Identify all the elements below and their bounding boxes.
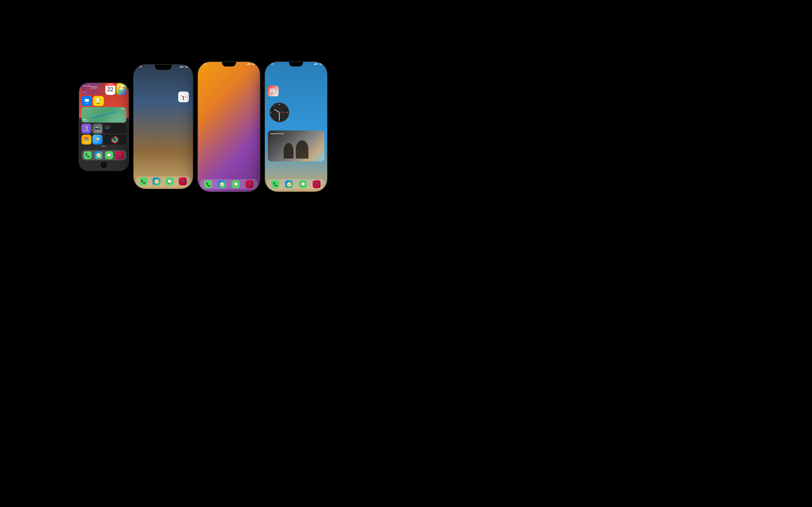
phone-4-dock: 📞 🧭 💬 🎵 [267,179,325,189]
featured-label: Featured Photo [271,133,284,135]
child-silhouette-1 [284,143,294,159]
cn9: 9 [271,112,271,113]
artist-name: Lady Gaga [90,88,98,89]
mail-emoji: ✉️ [84,98,89,103]
mail-icon[interactable]: ✉️ Mail [82,96,92,106]
dock-safari[interactable]: 🧭 [94,151,102,159]
wifi-icon-3: ▲ [250,63,252,65]
phones-container: 9:41 AM ▲ 100% 🎵 [0,0,406,253]
phone-3-status-icons: ▲ [246,63,257,65]
wifi-icon: ▲ [114,85,116,87]
phone-3-bg [198,62,260,191]
music-label: Music [83,91,103,93]
weather-label: Weather [95,141,100,143]
phone-4-status-icons: ▲ [313,63,324,65]
dock-messages-p2[interactable]: 💬 [166,177,174,185]
cn10: 10 [273,106,274,107]
wifi-icon-4: ▲ [317,63,319,65]
home-button[interactable] [100,161,108,169]
second-hand-p4 [280,112,288,113]
dock-messages-p3[interactable]: 💬 [232,180,240,188]
phone-4-screen: 9:41 ▲ 📹 FaceTime [265,62,327,191]
dock-safari-p4[interactable]: 🧭 [285,180,293,188]
battery-pct: 100% [116,85,120,87]
child-silhouette-2 [296,140,308,159]
map-content: Work 1 hr 5 min Maps [82,107,126,122]
books-icon[interactable]: 📚 Books [82,135,91,145]
phone-2-notch [155,65,172,70]
phone-3-time: 9:41 [202,63,206,65]
maps-title: Maps [121,108,125,110]
phone-2-screen: 9:41 ▲ San Francisco 61° Mostly Sunny [134,65,193,189]
photo-silhouettes [268,130,324,161]
phone-2-dock: 📞 🧭 💬 🎵 [136,176,191,186]
analog-clock-p4: 12 3 6 9 2 4 7 10 +9 [269,103,289,122]
battery-icon-2 [186,66,190,68]
maps-widget[interactable]: Work 1 hr 5 min Maps [82,107,126,122]
battery-icon [121,85,124,87]
phone-2-status-icons: ▲ [179,66,190,68]
activity-ring[interactable] [103,135,126,145]
dock-music-p3[interactable]: 🎵 [246,180,253,188]
signal-bars-3 [246,63,250,65]
p1-row4: 📚 Books 🌤️ Weather [82,135,126,145]
photos-sublabel: Photos [317,158,322,160]
dock-phone[interactable]: 📞 [84,151,92,159]
phone-1-time: 9:41 AM [83,85,90,87]
camera-icon[interactable]: 📷 Camera [93,124,102,133]
wifi-icon-2: ▲ [183,66,185,68]
podcasts-emoji: 🎙️ [84,126,89,130]
phone-1-status-bar: 9:41 AM ▲ 100% [79,83,129,87]
second-hand [184,97,187,97]
phone-3-dock: 📞 🧭 💬 🎵 [200,179,258,189]
dock-safari-p3[interactable]: 🧭 [218,180,226,188]
phone-2-time: 9:41 [138,66,142,68]
phone-4: 9:41 ▲ 📹 FaceTime [265,62,327,191]
camera-label: Camera [95,130,100,131]
phone-3-notch [222,62,236,66]
phone-1-dock: 📞 🧭 💬 🎵 [82,150,126,160]
phone-3-screen: 9:41 ▲ MONDAY 22 Kickoff meeting... 10:3… [198,62,260,191]
dock-phone-p2[interactable]: 📞 [140,177,147,185]
clock-center [279,112,280,113]
dock-phone-p3[interactable]: 📞 [204,180,212,188]
p1-page-dots [82,146,126,147]
phone-1-status-icons: ▲ 100% [110,85,124,87]
minute-hand [184,97,184,100]
dock-music-p4[interactable]: 🎵 [313,180,320,188]
phone-4-time: 9:41 [269,63,273,65]
dock-music-p2[interactable]: 🎵 [179,177,187,185]
map-label: Work 1 hr 5 min [83,119,89,122]
notes-emoji: 📝 [96,98,101,103]
cn7: 7 [273,118,274,119]
books-label: Books [85,141,88,143]
phone-4-notch [289,62,303,66]
books-emoji: 📚 [84,136,89,141]
phone-1: 9:41 AM ▲ 100% 🎵 [79,83,129,170]
activity-widget[interactable]: 375/500CAL 19/30MIN 4/12HRS [103,124,126,133]
p1-row2: ✉️ Mail 📝 Notes [82,96,126,106]
work-time: 1 hr 5 min [83,120,89,122]
minute-hand-p4 [279,112,280,120]
podcasts-icon[interactable]: 🎙️ Podcasts [82,124,91,133]
clock-icon-p2 [178,92,189,102]
dock-phone-p4[interactable]: 📞 [271,180,279,188]
dot-1 [102,146,103,147]
dock-safari-p2[interactable]: 🧭 [153,177,160,185]
cn2: 2 [285,106,285,107]
camera-emoji: 📷 [95,126,100,130]
mail-label: Mail [86,103,88,104]
phone-4-bg [265,62,327,191]
podcasts-label: Podcasts [84,130,89,131]
dock-messages-p4[interactable]: 💬 [299,180,307,188]
dock-messages[interactable]: 💬 [105,151,113,159]
dock-music[interactable]: 🎵 [116,151,124,159]
notes-icon[interactable]: 📝 Notes [93,96,104,106]
weather-icon[interactable]: 🌤️ Weather [93,135,102,145]
phone-3: 9:41 ▲ MONDAY 22 Kickoff meeting... 10:3… [198,62,260,191]
news-icon-p4: 📰 [268,86,278,96]
p1-row3: 🎙️ Podcasts 📷 Camera 375/500CAL 19/30MIN… [82,124,126,133]
activity-hrs: 4/12HRS [105,128,125,129]
notes-label: Notes [97,103,100,104]
battery-icon-4 [320,63,324,65]
